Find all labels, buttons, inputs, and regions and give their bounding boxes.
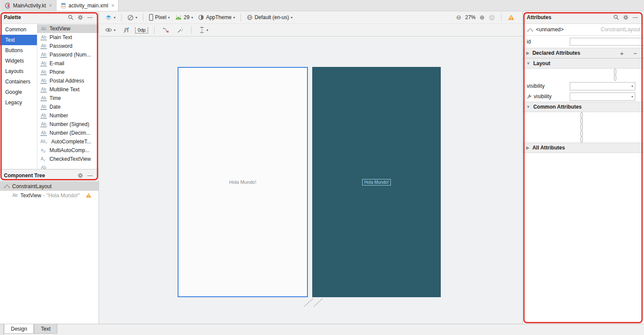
android-icon [175, 15, 182, 20]
editor-tabstrip: MainActivity.kt × <> activity_main.xml × [0, 0, 644, 11]
minimize-icon[interactable]: — [85, 172, 95, 179]
palette-item[interactable]: Ab E-mail [37, 59, 99, 68]
editor-tab-activity-main[interactable]: <> activity_main.xml × [56, 0, 119, 11]
palette-item[interactable]: Ab Phone [37, 68, 99, 76]
zoom-level-label: 27% [465, 14, 476, 20]
gear-icon[interactable] [76, 14, 85, 20]
palette-item[interactable]: ≡ MultiAutoComp... [37, 146, 99, 155]
palette-item[interactable]: Ab Number [37, 111, 99, 120]
attribute-row: visibility ▾ [523, 91, 644, 102]
palette-item[interactable]: Ab Plain Text [37, 33, 99, 42]
all-attributes-section-header[interactable]: ▶ All Attributes [523, 143, 644, 153]
design-canvas[interactable]: Hola Mundo! Hola Mundo! [99, 36, 522, 324]
add-attribute-icon[interactable]: + [617, 50, 627, 57]
design-editor: ▾ ▾ Pixel ▾ [99, 11, 522, 324]
palette-item[interactable]: Ab Postal Address [37, 76, 99, 85]
attributes-panel: Attributes — <unnamed> ConstraintLayout [522, 11, 644, 324]
bracket-toggle-icon[interactable] [581, 124, 583, 130]
layout-section-header[interactable]: ▼ Layout [523, 58, 644, 69]
render-warning-icon[interactable] [508, 14, 515, 20]
close-icon[interactable]: × [111, 3, 114, 9]
common-attributes-section-header[interactable]: ▼ Common Attributes [523, 102, 644, 112]
palette-category[interactable]: Text [0, 35, 37, 45]
palette-item[interactable]: Ab AutoCompleteT... [37, 137, 99, 146]
infer-constraints-button[interactable] [175, 27, 185, 33]
close-icon[interactable]: × [49, 3, 52, 9]
palette-category[interactable]: Common [0, 24, 37, 35]
palette-header: Palette — [0, 11, 99, 24]
theme-icon [198, 14, 204, 20]
device-selector[interactable]: Pixel ▾ [147, 14, 172, 21]
autoconnect-toggle[interactable] [121, 27, 131, 33]
palette-item[interactable]: Ab Number (Signed) [37, 120, 99, 129]
attribute-value-field[interactable]: ▾ [570, 82, 635, 90]
palette-item-list: Ab TextView Ab Plain Text Ab Password [37, 24, 99, 169]
text-widget-icon: Ab [40, 104, 47, 110]
palette-item[interactable]: Ab Date [37, 103, 99, 111]
palette-category[interactable]: Buttons [0, 45, 37, 56]
bracket-toggle-icon[interactable] [614, 69, 616, 75]
palette-item[interactable]: A CheckedTextView [37, 155, 99, 163]
palette-item[interactable]: Ab Multiline Text [37, 85, 99, 94]
palette-item[interactable]: Ab TextView [37, 24, 99, 33]
gear-icon[interactable] [76, 172, 85, 179]
palette-category[interactable]: Legacy [0, 97, 37, 108]
zoom-to-fit-icon[interactable] [489, 14, 495, 21]
left-panel: Palette — Common [0, 11, 99, 324]
attribute-value-field[interactable]: ▾ [570, 93, 635, 101]
pack-align-button[interactable]: ▾ [198, 27, 210, 33]
design-surface-mode-button[interactable]: ▾ [103, 14, 117, 21]
minimize-icon[interactable]: — [85, 14, 95, 20]
tab-text[interactable]: Text [34, 324, 57, 334]
orientation-button[interactable]: ▾ [125, 14, 139, 21]
blueprint-textview[interactable]: Hola Mundo! [362, 179, 391, 186]
editor-tab-mainactivity[interactable]: MainActivity.kt × [1, 0, 56, 11]
palette-item[interactable]: Ab Time [37, 94, 99, 103]
bracket-toggle-icon[interactable] [614, 75, 616, 81]
constraint-toolbar: ▾ 0dp [99, 24, 522, 36]
design-textview[interactable]: Hola Mundo! [229, 179, 256, 185]
id-input[interactable] [570, 38, 644, 46]
view-options-button[interactable]: ▾ [103, 27, 117, 33]
palette-item[interactable]: Ab Password (Num... [37, 50, 99, 59]
design-view-phone[interactable]: Hola Mundo! [178, 67, 308, 297]
tree-row-constraintlayout[interactable]: ConstraintLayout [0, 182, 99, 191]
clear-constraints-button[interactable] [161, 27, 171, 33]
warning-icon[interactable] [86, 192, 92, 198]
theme-selector[interactable]: AppTheme ▾ [196, 14, 237, 20]
tree-row-textview[interactable]: Ab TextView - "Hola Mundo!" [0, 191, 99, 200]
bracket-toggle-icon[interactable] [581, 118, 583, 124]
palette-item[interactable]: Ab Password [37, 42, 99, 50]
bracket-toggle-icon[interactable] [581, 130, 583, 136]
palette-item[interactable]: Ab [37, 163, 99, 169]
search-icon[interactable] [66, 14, 76, 20]
minimize-icon[interactable]: — [631, 14, 640, 20]
tab-design[interactable]: Design [4, 324, 34, 334]
palette-item[interactable]: Ab Number (Decim... [37, 129, 99, 137]
default-margin-button[interactable]: 0dp [135, 27, 148, 33]
tree-child-label: TextView [20, 192, 41, 199]
palette-category[interactable]: Google [0, 87, 37, 97]
palette-category-label: Buttons [5, 47, 23, 53]
palette-category[interactable]: Containers [0, 76, 37, 87]
api-level-selector[interactable]: 29 ▾ [173, 14, 195, 20]
palette-category[interactable]: Layouts [0, 66, 37, 76]
palette-item-label: TextView [50, 26, 70, 32]
gear-icon[interactable] [621, 14, 631, 20]
component-type: ConstraintLayout [601, 27, 640, 33]
locale-selector[interactable]: Default (en-us) ▾ [245, 14, 294, 20]
component-tree-title: Component Tree [4, 172, 45, 179]
bracket-toggle-icon[interactable] [581, 136, 583, 143]
canvas-resize-handle[interactable] [304, 298, 324, 307]
zoom-out-icon[interactable]: ⊖ [456, 14, 462, 21]
zoom-in-icon[interactable]: ⊕ [479, 14, 485, 21]
declared-attributes-section-header[interactable]: ▶ Declared Attributes + − [523, 48, 644, 58]
palette-item-label: Password (Num... [50, 52, 91, 58]
chevron-down-icon: ▾ [168, 16, 170, 20]
remove-attribute-icon[interactable]: − [630, 50, 641, 57]
palette-category[interactable]: Widgets [0, 56, 37, 66]
bracket-toggle-icon[interactable] [581, 112, 583, 118]
section-title: Declared Attributes [532, 50, 580, 56]
blueprint-view-phone[interactable]: Hola Mundo! [312, 67, 441, 297]
search-icon[interactable] [611, 14, 621, 20]
